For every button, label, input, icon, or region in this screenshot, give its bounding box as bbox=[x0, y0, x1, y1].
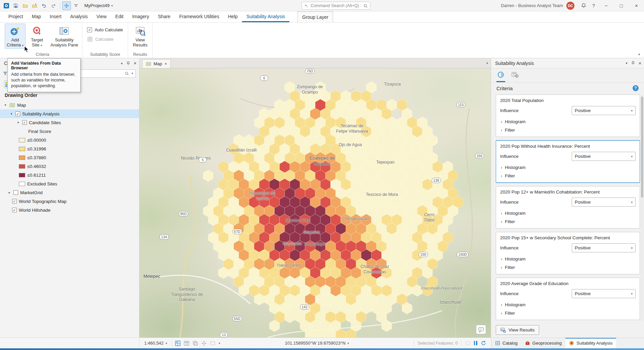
pin-icon[interactable] bbox=[631, 61, 635, 65]
view-results-ribbon-button[interactable]: View Results bbox=[130, 24, 150, 49]
histogram-expander[interactable]: ›Histogram bbox=[500, 209, 636, 217]
ribbon-tab-framework-utilities[interactable]: Framework Utilities bbox=[175, 11, 224, 22]
undo-button[interactable] bbox=[40, 1, 48, 10]
table-settings-view-tab[interactable] bbox=[511, 68, 519, 82]
notifications-button[interactable] bbox=[578, 1, 589, 11]
close-tab-icon[interactable]: × bbox=[164, 61, 167, 66]
layer-visibility-checkbox[interactable]: ✓ bbox=[15, 111, 20, 116]
collapse-icon[interactable]: ▾ bbox=[9, 112, 13, 115]
histogram-expander[interactable]: ›Histogram bbox=[500, 255, 636, 263]
expand-icon[interactable]: ▸ bbox=[7, 191, 11, 194]
explore-tool-button[interactable] bbox=[62, 1, 71, 10]
minimize-button[interactable]: − bbox=[599, 0, 614, 11]
import-project-button[interactable] bbox=[30, 1, 39, 10]
qat-customize-button[interactable] bbox=[72, 1, 80, 10]
filter-expander[interactable]: ›Filter bbox=[500, 309, 636, 317]
close-pane-icon[interactable]: × bbox=[639, 61, 641, 66]
auto-calculate-checkbox-row[interactable]: ✓ Auto Calculate bbox=[87, 26, 123, 34]
map-coordinates[interactable]: 101.1589550°W 19.6759023°N ▾ bbox=[285, 341, 349, 346]
criterion-card-2020-pop-12-w-married-in-cohabitation-percent[interactable]: 2020 Pop 12+ w Married/In Cohabitation: … bbox=[496, 186, 640, 229]
close-pane-icon[interactable]: × bbox=[134, 61, 136, 66]
pane-tab-catalog[interactable]: Catalog bbox=[491, 338, 521, 348]
pane-tab-suitability-analysis[interactable]: Suitability Analysis bbox=[565, 338, 616, 348]
layer-item-0-31996[interactable]: ≤0.31996 bbox=[0, 144, 139, 153]
layer-item-suitability-analysis[interactable]: ▾✓Suitability Analysis bbox=[0, 109, 139, 118]
command-search[interactable]: Command Search (Alt+Q) bbox=[301, 2, 370, 10]
layer-item-0-46032[interactable]: ≤0.46032 bbox=[0, 162, 139, 171]
maximize-button[interactable]: □ bbox=[614, 0, 629, 11]
ribbon-tab-edit[interactable]: Edit bbox=[111, 11, 128, 22]
layer-item-0-37880[interactable]: ≤0.37880 bbox=[0, 153, 139, 162]
influence-select[interactable]: Positive▾ bbox=[572, 106, 636, 115]
scrollbar-thumb[interactable] bbox=[641, 97, 643, 198]
layer-item-map[interactable]: ▾Map bbox=[0, 101, 139, 109]
add-criteria-button[interactable]: Add Criteria ▾ bbox=[5, 24, 26, 49]
ribbon-tab-share[interactable]: Share bbox=[154, 11, 175, 22]
layer-item-0-00000[interactable]: ≤0.00000 bbox=[0, 136, 139, 144]
avatar[interactable]: DC bbox=[566, 2, 574, 10]
help-button[interactable]: ? bbox=[589, 1, 599, 11]
map-scale-select[interactable]: 1:460,542 ▾ bbox=[142, 339, 169, 347]
ribbon-tab-view[interactable]: View bbox=[92, 11, 111, 22]
ribbon-tab-project[interactable]: Project bbox=[4, 11, 28, 22]
ribbon-tab-imagery[interactable]: Imagery bbox=[128, 11, 154, 22]
tab-list-chevron-icon[interactable]: ▾ bbox=[486, 61, 488, 65]
ribbon-tab-insert[interactable]: Insert bbox=[45, 11, 66, 22]
ribbon-tab-analysis[interactable]: Analysis bbox=[66, 11, 92, 22]
scrollbar[interactable] bbox=[641, 95, 644, 321]
influence-select[interactable]: Positive▾ bbox=[572, 152, 636, 161]
auto-calculate-checkbox[interactable]: ✓ bbox=[87, 27, 92, 32]
pane-tab-geoprocessing[interactable]: Geoprocessing bbox=[521, 338, 565, 348]
criteria-view-tab[interactable] bbox=[496, 68, 505, 82]
criterion-card-2020-average-grade-of-education[interactable]: 2020 Average Grade of EducationInfluence… bbox=[496, 278, 640, 320]
layer-visibility-checkbox[interactable] bbox=[13, 190, 18, 195]
refresh-icon[interactable] bbox=[481, 340, 486, 346]
ribbon-tab-help[interactable]: Help bbox=[224, 11, 242, 22]
map-canvas[interactable]: Zumpango de OcampoTizayucaTecámac de Fel… bbox=[139, 68, 491, 338]
attribute-table-icon[interactable] bbox=[184, 340, 190, 346]
influence-select[interactable]: Positive▾ bbox=[572, 243, 636, 252]
view-results-button[interactable]: View Results bbox=[496, 325, 539, 335]
pane-menu-icon[interactable]: ▾ bbox=[121, 62, 123, 65]
arcgis-pro-logo-icon[interactable] bbox=[2, 1, 11, 10]
calculate-button-disabled[interactable]: Calculate bbox=[87, 35, 113, 43]
layer-item-marketgrid[interactable]: ▸MarketGrid bbox=[0, 188, 139, 197]
collapse-icon[interactable]: ▾ bbox=[3, 103, 7, 107]
criterion-card-2020-total-population[interactable]: 2020 Total PopulationInfluencePositive▾›… bbox=[496, 95, 640, 137]
influence-select[interactable]: Positive▾ bbox=[572, 198, 636, 207]
ribbon-tab-map[interactable]: Map bbox=[28, 11, 45, 22]
layer-item-excluded-sites[interactable]: Excluded Sites bbox=[0, 179, 139, 188]
layer-item-candidate-sites[interactable]: ▾✓Candidate Sites bbox=[0, 118, 139, 127]
pan-tool-icon[interactable] bbox=[201, 340, 207, 346]
map-view-tab[interactable]: Map × bbox=[142, 59, 171, 68]
collapse-icon[interactable]: ▾ bbox=[16, 121, 20, 124]
save-button[interactable] bbox=[11, 1, 20, 10]
grid-selection-icon[interactable] bbox=[175, 340, 181, 346]
signed-in-user[interactable]: Darren - Business Analyst Team bbox=[501, 3, 563, 8]
pane-menu-icon[interactable]: ▾ bbox=[626, 61, 628, 65]
histogram-expander[interactable]: ›Histogram bbox=[500, 301, 636, 309]
search-options-chevron-icon[interactable]: ▾ bbox=[131, 72, 133, 75]
criterion-card-2020-pop-without-health-insurance-percent[interactable]: 2020 Pop Without Health Insurance: Perce… bbox=[496, 140, 640, 183]
ribbon-tab-group-layer[interactable]: Group Layer bbox=[297, 11, 333, 22]
collapse-ribbon-icon[interactable]: ▾ bbox=[638, 53, 640, 56]
histogram-expander[interactable]: ›Histogram bbox=[500, 117, 636, 126]
influence-select[interactable]: Positive▾ bbox=[572, 289, 636, 298]
layer-item-0-61211[interactable]: ≤0.61211 bbox=[0, 171, 139, 179]
filter-expander[interactable]: ›Filter bbox=[500, 172, 636, 180]
layer-visibility-checkbox[interactable]: ✓ bbox=[12, 199, 17, 204]
target-site-button[interactable]: Target Site ▾ bbox=[27, 24, 47, 49]
more-tools-chevron-icon[interactable]: ▾ bbox=[218, 342, 220, 345]
filter-expander[interactable]: ›Filter bbox=[500, 126, 636, 134]
histogram-expander[interactable]: ›Histogram bbox=[500, 163, 636, 172]
layer-visibility-checkbox[interactable]: ✓ bbox=[12, 208, 17, 212]
close-button[interactable]: × bbox=[629, 0, 644, 11]
criterion-card-2020-pop-15-w-secondary-school-complete-percent[interactable]: 2020 Pop 15+ w Secondary School Complete… bbox=[496, 232, 640, 274]
ribbon-tab-suitability-analysis[interactable]: Suitability Analysis bbox=[242, 11, 289, 22]
filter-expander[interactable]: ›Filter bbox=[500, 263, 636, 272]
pin-icon[interactable] bbox=[126, 61, 130, 66]
feedback-bubble-button[interactable] bbox=[476, 325, 486, 334]
project-name-menu[interactable]: MyProject49▾ bbox=[84, 3, 113, 8]
help-icon[interactable]: ? bbox=[633, 85, 639, 91]
select-extent-icon[interactable] bbox=[210, 340, 216, 346]
